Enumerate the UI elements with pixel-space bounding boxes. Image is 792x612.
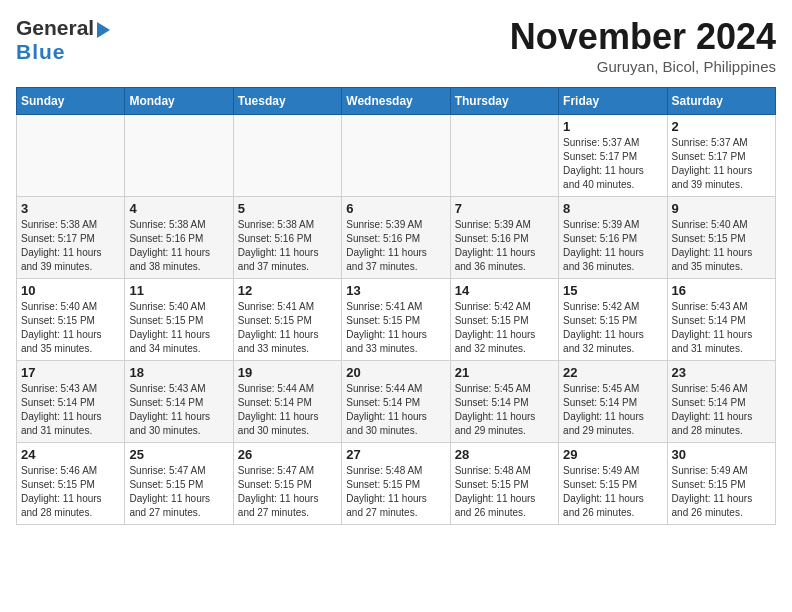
- calendar-cell: 23Sunrise: 5:46 AMSunset: 5:14 PMDayligh…: [667, 361, 775, 443]
- cell-info: Sunrise: 5:48 AMSunset: 5:15 PMDaylight:…: [455, 465, 536, 518]
- calendar-cell: 7Sunrise: 5:39 AMSunset: 5:16 PMDaylight…: [450, 197, 558, 279]
- day-number: 16: [672, 283, 771, 298]
- cell-info: Sunrise: 5:47 AMSunset: 5:15 PMDaylight:…: [238, 465, 319, 518]
- day-number: 2: [672, 119, 771, 134]
- calendar-week-4: 17Sunrise: 5:43 AMSunset: 5:14 PMDayligh…: [17, 361, 776, 443]
- cell-info: Sunrise: 5:38 AMSunset: 5:16 PMDaylight:…: [238, 219, 319, 272]
- calendar-cell: 26Sunrise: 5:47 AMSunset: 5:15 PMDayligh…: [233, 443, 341, 525]
- day-number: 9: [672, 201, 771, 216]
- header-monday: Monday: [125, 88, 233, 115]
- day-number: 11: [129, 283, 228, 298]
- page-header: General Blue November 2024 Guruyan, Bico…: [16, 16, 776, 75]
- day-number: 12: [238, 283, 337, 298]
- cell-info: Sunrise: 5:44 AMSunset: 5:14 PMDaylight:…: [238, 383, 319, 436]
- cell-info: Sunrise: 5:37 AMSunset: 5:17 PMDaylight:…: [563, 137, 644, 190]
- calendar-cell: 3Sunrise: 5:38 AMSunset: 5:17 PMDaylight…: [17, 197, 125, 279]
- cell-info: Sunrise: 5:45 AMSunset: 5:14 PMDaylight:…: [455, 383, 536, 436]
- day-number: 3: [21, 201, 120, 216]
- day-number: 8: [563, 201, 662, 216]
- calendar-cell: 29Sunrise: 5:49 AMSunset: 5:15 PMDayligh…: [559, 443, 667, 525]
- cell-info: Sunrise: 5:43 AMSunset: 5:14 PMDaylight:…: [21, 383, 102, 436]
- day-number: 29: [563, 447, 662, 462]
- header-thursday: Thursday: [450, 88, 558, 115]
- calendar-cell: 2Sunrise: 5:37 AMSunset: 5:17 PMDaylight…: [667, 115, 775, 197]
- day-number: 1: [563, 119, 662, 134]
- day-number: 4: [129, 201, 228, 216]
- header-sunday: Sunday: [17, 88, 125, 115]
- cell-info: Sunrise: 5:37 AMSunset: 5:17 PMDaylight:…: [672, 137, 753, 190]
- day-number: 21: [455, 365, 554, 380]
- day-number: 20: [346, 365, 445, 380]
- cell-info: Sunrise: 5:38 AMSunset: 5:17 PMDaylight:…: [21, 219, 102, 272]
- day-number: 23: [672, 365, 771, 380]
- header-tuesday: Tuesday: [233, 88, 341, 115]
- calendar-cell: 9Sunrise: 5:40 AMSunset: 5:15 PMDaylight…: [667, 197, 775, 279]
- calendar-cell: [125, 115, 233, 197]
- day-number: 5: [238, 201, 337, 216]
- cell-info: Sunrise: 5:49 AMSunset: 5:15 PMDaylight:…: [672, 465, 753, 518]
- cell-info: Sunrise: 5:43 AMSunset: 5:14 PMDaylight:…: [672, 301, 753, 354]
- calendar-cell: [233, 115, 341, 197]
- calendar-cell: 19Sunrise: 5:44 AMSunset: 5:14 PMDayligh…: [233, 361, 341, 443]
- day-number: 7: [455, 201, 554, 216]
- cell-info: Sunrise: 5:47 AMSunset: 5:15 PMDaylight:…: [129, 465, 210, 518]
- day-number: 13: [346, 283, 445, 298]
- calendar-cell: 12Sunrise: 5:41 AMSunset: 5:15 PMDayligh…: [233, 279, 341, 361]
- calendar-table: Sunday Monday Tuesday Wednesday Thursday…: [16, 87, 776, 525]
- logo-blue: Blue: [16, 40, 66, 63]
- cell-info: Sunrise: 5:41 AMSunset: 5:15 PMDaylight:…: [238, 301, 319, 354]
- title-block: November 2024 Guruyan, Bicol, Philippine…: [510, 16, 776, 75]
- calendar-cell: 14Sunrise: 5:42 AMSunset: 5:15 PMDayligh…: [450, 279, 558, 361]
- location-subtitle: Guruyan, Bicol, Philippines: [510, 58, 776, 75]
- calendar-week-5: 24Sunrise: 5:46 AMSunset: 5:15 PMDayligh…: [17, 443, 776, 525]
- day-number: 25: [129, 447, 228, 462]
- calendar-cell: 27Sunrise: 5:48 AMSunset: 5:15 PMDayligh…: [342, 443, 450, 525]
- calendar-cell: 16Sunrise: 5:43 AMSunset: 5:14 PMDayligh…: [667, 279, 775, 361]
- day-number: 19: [238, 365, 337, 380]
- calendar-cell: 18Sunrise: 5:43 AMSunset: 5:14 PMDayligh…: [125, 361, 233, 443]
- day-number: 6: [346, 201, 445, 216]
- cell-info: Sunrise: 5:39 AMSunset: 5:16 PMDaylight:…: [563, 219, 644, 272]
- calendar-cell: 6Sunrise: 5:39 AMSunset: 5:16 PMDaylight…: [342, 197, 450, 279]
- calendar-cell: 24Sunrise: 5:46 AMSunset: 5:15 PMDayligh…: [17, 443, 125, 525]
- logo: General Blue: [16, 16, 110, 64]
- cell-info: Sunrise: 5:39 AMSunset: 5:16 PMDaylight:…: [455, 219, 536, 272]
- cell-info: Sunrise: 5:42 AMSunset: 5:15 PMDaylight:…: [563, 301, 644, 354]
- calendar-cell: 30Sunrise: 5:49 AMSunset: 5:15 PMDayligh…: [667, 443, 775, 525]
- calendar-cell: 25Sunrise: 5:47 AMSunset: 5:15 PMDayligh…: [125, 443, 233, 525]
- cell-info: Sunrise: 5:39 AMSunset: 5:16 PMDaylight:…: [346, 219, 427, 272]
- calendar-cell: 20Sunrise: 5:44 AMSunset: 5:14 PMDayligh…: [342, 361, 450, 443]
- cell-info: Sunrise: 5:48 AMSunset: 5:15 PMDaylight:…: [346, 465, 427, 518]
- calendar-cell: [342, 115, 450, 197]
- cell-info: Sunrise: 5:44 AMSunset: 5:14 PMDaylight:…: [346, 383, 427, 436]
- cell-info: Sunrise: 5:40 AMSunset: 5:15 PMDaylight:…: [21, 301, 102, 354]
- calendar-week-1: 1Sunrise: 5:37 AMSunset: 5:17 PMDaylight…: [17, 115, 776, 197]
- header-saturday: Saturday: [667, 88, 775, 115]
- calendar-cell: 13Sunrise: 5:41 AMSunset: 5:15 PMDayligh…: [342, 279, 450, 361]
- calendar-cell: 17Sunrise: 5:43 AMSunset: 5:14 PMDayligh…: [17, 361, 125, 443]
- day-number: 28: [455, 447, 554, 462]
- calendar-week-2: 3Sunrise: 5:38 AMSunset: 5:17 PMDaylight…: [17, 197, 776, 279]
- calendar-cell: 22Sunrise: 5:45 AMSunset: 5:14 PMDayligh…: [559, 361, 667, 443]
- calendar-cell: 10Sunrise: 5:40 AMSunset: 5:15 PMDayligh…: [17, 279, 125, 361]
- header-friday: Friday: [559, 88, 667, 115]
- calendar-week-3: 10Sunrise: 5:40 AMSunset: 5:15 PMDayligh…: [17, 279, 776, 361]
- header-wednesday: Wednesday: [342, 88, 450, 115]
- logo-arrow-icon: [97, 22, 110, 38]
- day-number: 18: [129, 365, 228, 380]
- cell-info: Sunrise: 5:43 AMSunset: 5:14 PMDaylight:…: [129, 383, 210, 436]
- cell-info: Sunrise: 5:40 AMSunset: 5:15 PMDaylight:…: [672, 219, 753, 272]
- cell-info: Sunrise: 5:41 AMSunset: 5:15 PMDaylight:…: [346, 301, 427, 354]
- day-number: 10: [21, 283, 120, 298]
- day-number: 30: [672, 447, 771, 462]
- calendar-cell: 1Sunrise: 5:37 AMSunset: 5:17 PMDaylight…: [559, 115, 667, 197]
- day-number: 14: [455, 283, 554, 298]
- calendar-cell: 4Sunrise: 5:38 AMSunset: 5:16 PMDaylight…: [125, 197, 233, 279]
- day-number: 22: [563, 365, 662, 380]
- cell-info: Sunrise: 5:46 AMSunset: 5:15 PMDaylight:…: [21, 465, 102, 518]
- calendar-cell: [450, 115, 558, 197]
- calendar-cell: 8Sunrise: 5:39 AMSunset: 5:16 PMDaylight…: [559, 197, 667, 279]
- cell-info: Sunrise: 5:38 AMSunset: 5:16 PMDaylight:…: [129, 219, 210, 272]
- day-number: 26: [238, 447, 337, 462]
- day-number: 27: [346, 447, 445, 462]
